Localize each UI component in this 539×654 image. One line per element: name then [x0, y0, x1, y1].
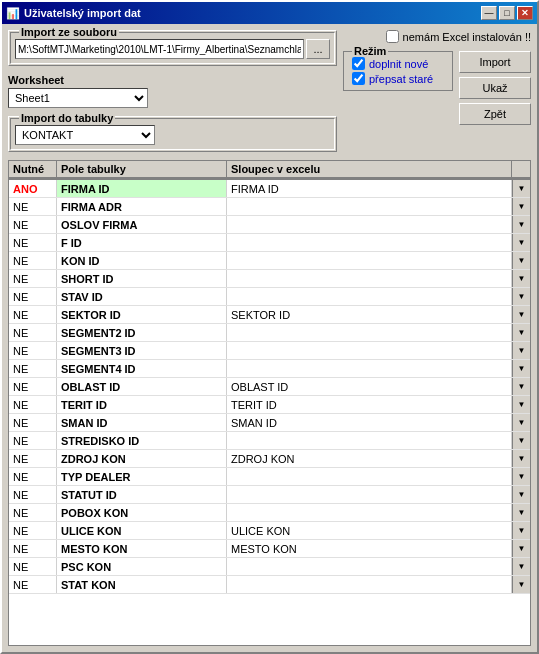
close-button[interactable]: ✕	[517, 6, 533, 20]
cell-nutne: NE	[9, 522, 57, 539]
table-row: NESEGMENT2 ID▼	[9, 324, 530, 342]
no-excel-row: nemám Excel instalován !!	[386, 30, 531, 43]
no-excel-label: nemám Excel instalován !!	[403, 31, 531, 43]
table-row: NEMESTO KONMESTO KON▼	[9, 540, 530, 558]
table-body: ANOFIRMA IDFIRMA ID▼NEFIRMA ADR▼NEOSLOV …	[9, 180, 530, 645]
cell-nutne: NE	[9, 396, 57, 413]
no-excel-checkbox[interactable]	[386, 30, 399, 43]
cell-sloupec	[227, 252, 512, 269]
cell-pole: SEGMENT3 ID	[57, 342, 227, 359]
prepisat-stare-checkbox[interactable]	[352, 72, 365, 85]
import-do-tabulky-section: Import do tabulky KONTAKT	[8, 116, 337, 152]
import-do-tabulky-select-row: KONTAKT	[15, 125, 330, 145]
cell-dropdown-arrow[interactable]: ▼	[512, 252, 530, 269]
rezim-label: Režim	[352, 45, 388, 57]
cell-sloupec	[227, 576, 512, 593]
table-row: NEOSLOV FIRMA▼	[9, 216, 530, 234]
worksheet-label: Worksheet	[8, 74, 337, 86]
cell-pole: STATUT ID	[57, 486, 227, 503]
cell-dropdown-arrow[interactable]: ▼	[512, 468, 530, 485]
table-row: NESTAV ID▼	[9, 288, 530, 306]
table-header: Nutné Pole tabulky Sloupec v excelu	[9, 161, 530, 180]
cell-sloupec	[227, 216, 512, 233]
cell-pole: ZDROJ KON	[57, 450, 227, 467]
cell-nutne: NE	[9, 216, 57, 233]
cell-dropdown-arrow[interactable]: ▼	[512, 576, 530, 593]
title-bar: 📊 Uživatelský import dat — □ ✕	[2, 2, 537, 24]
cell-sloupec: SEKTOR ID	[227, 306, 512, 323]
cell-nutne: NE	[9, 576, 57, 593]
import-button[interactable]: Import	[459, 51, 531, 73]
table-row: NEPSC KON▼	[9, 558, 530, 576]
cell-pole: KON ID	[57, 252, 227, 269]
cell-dropdown-arrow[interactable]: ▼	[512, 522, 530, 539]
table-row: NEF ID▼	[9, 234, 530, 252]
ukaz-button[interactable]: Ukaž	[459, 77, 531, 99]
doplnit-nove-checkbox[interactable]	[352, 57, 365, 70]
cell-dropdown-arrow[interactable]: ▼	[512, 450, 530, 467]
browse-button[interactable]: ...	[306, 39, 330, 59]
cell-sloupec: ZDROJ KON	[227, 450, 512, 467]
worksheet-select[interactable]: Sheet1	[8, 88, 148, 108]
cell-pole: POBOX KON	[57, 504, 227, 521]
title-buttons: — □ ✕	[481, 6, 533, 20]
cell-dropdown-arrow[interactable]: ▼	[512, 432, 530, 449]
cell-dropdown-arrow[interactable]: ▼	[512, 486, 530, 503]
import-ze-souboru-label: Import ze souboru	[19, 26, 119, 38]
doplnit-nove-row: doplnit nové	[352, 56, 444, 71]
cell-pole: SMAN ID	[57, 414, 227, 431]
cell-sloupec	[227, 324, 512, 341]
zpet-button[interactable]: Zpět	[459, 103, 531, 125]
cell-dropdown-arrow[interactable]: ▼	[512, 288, 530, 305]
cell-dropdown-arrow[interactable]: ▼	[512, 324, 530, 341]
cell-nutne: NE	[9, 306, 57, 323]
worksheet-select-row: Sheet1	[8, 88, 337, 108]
cell-sloupec: FIRMA ID	[227, 180, 512, 197]
cell-dropdown-arrow[interactable]: ▼	[512, 342, 530, 359]
cell-dropdown-arrow[interactable]: ▼	[512, 180, 530, 197]
cell-dropdown-arrow[interactable]: ▼	[512, 216, 530, 233]
maximize-button[interactable]: □	[499, 6, 515, 20]
cell-nutne: NE	[9, 360, 57, 377]
cell-nutne: NE	[9, 414, 57, 431]
cell-pole: TYP DEALER	[57, 468, 227, 485]
cell-pole: STREDISKO ID	[57, 432, 227, 449]
cell-dropdown-arrow[interactable]: ▼	[512, 558, 530, 575]
table-row: NESHORT ID▼	[9, 270, 530, 288]
cell-sloupec: SMAN ID	[227, 414, 512, 431]
cell-pole: OBLAST ID	[57, 378, 227, 395]
left-panel: Import ze souboru ... Worksheet Sheet1	[8, 30, 337, 152]
cell-nutne: NE	[9, 378, 57, 395]
file-path-input[interactable]	[15, 39, 304, 59]
cell-sloupec	[227, 342, 512, 359]
import-do-tabulky-select[interactable]: KONTAKT	[15, 125, 155, 145]
window-icon: 📊	[6, 7, 20, 20]
cell-pole: STAT KON	[57, 576, 227, 593]
cell-pole: SEGMENT4 ID	[57, 360, 227, 377]
cell-sloupec	[227, 504, 512, 521]
cell-dropdown-arrow[interactable]: ▼	[512, 378, 530, 395]
cell-sloupec	[227, 558, 512, 575]
window-content: Import ze souboru ... Worksheet Sheet1	[2, 24, 537, 652]
cell-dropdown-arrow[interactable]: ▼	[512, 198, 530, 215]
prepisat-stare-label: přepsat staré	[369, 73, 433, 85]
cell-sloupec	[227, 288, 512, 305]
cell-dropdown-arrow[interactable]: ▼	[512, 306, 530, 323]
cell-dropdown-arrow[interactable]: ▼	[512, 234, 530, 251]
cell-dropdown-arrow[interactable]: ▼	[512, 396, 530, 413]
cell-sloupec	[227, 360, 512, 377]
cell-dropdown-arrow[interactable]: ▼	[512, 540, 530, 557]
cell-nutne: ANO	[9, 180, 57, 197]
cell-dropdown-arrow[interactable]: ▼	[512, 360, 530, 377]
cell-sloupec	[227, 468, 512, 485]
minimize-button[interactable]: —	[481, 6, 497, 20]
cell-sloupec: ULICE KON	[227, 522, 512, 539]
table-row: NESMAN IDSMAN ID▼	[9, 414, 530, 432]
cell-dropdown-arrow[interactable]: ▼	[512, 414, 530, 431]
doplnit-nove-label: doplnit nové	[369, 58, 428, 70]
cell-pole: MESTO KON	[57, 540, 227, 557]
cell-dropdown-arrow[interactable]: ▼	[512, 270, 530, 287]
cell-dropdown-arrow[interactable]: ▼	[512, 504, 530, 521]
main-window: 📊 Uživatelský import dat — □ ✕ Import ze…	[0, 0, 539, 654]
worksheet-section: Worksheet Sheet1	[8, 74, 337, 108]
